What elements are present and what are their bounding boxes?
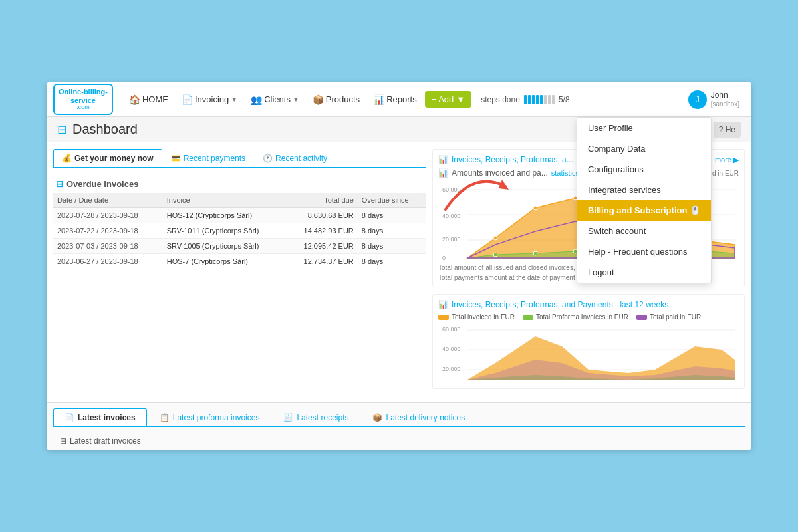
logo-line1: Online-billing- (59, 88, 108, 96)
page-title-area: ⊟ Dashboard (57, 122, 138, 137)
add-button[interactable]: + Add ▼ (425, 91, 472, 108)
nav-products[interactable]: 📦 Products (307, 92, 365, 108)
tab-latest-proforma[interactable]: 📋 Latest proforma invoices (148, 408, 271, 426)
payments-icon: 💳 (171, 154, 181, 163)
step-bar-7 (548, 95, 551, 104)
nav-reports-label: Reports (386, 94, 417, 104)
activity-icon: 🕐 (263, 154, 273, 163)
menu-company-data[interactable]: Company Data (577, 138, 711, 159)
menu-help[interactable]: Help - Frequent questions (577, 241, 711, 262)
menu-user-profile[interactable]: User Profile (577, 118, 711, 138)
chart2-title-label: Invoices, Receipts, Proformas, and Payme… (452, 300, 668, 309)
user-name: John (711, 90, 739, 100)
tab-recent-activity-label: Recent activity (275, 154, 327, 163)
avatar-letter: J (696, 95, 700, 104)
nav-products-label: Products (326, 94, 360, 104)
legend-invoiced-color (438, 315, 449, 320)
cell-invoice[interactable]: HOS-12 (Crypticorps Sàrl) (163, 208, 287, 223)
tab-latest-receipts-label: Latest receipts (297, 413, 348, 422)
chart1-more-link[interactable]: more ▶ (715, 156, 739, 164)
tab-latest-invoices[interactable]: 📄 Latest invoices (53, 408, 147, 426)
tab-latest-receipts[interactable]: 🧾 Latest receipts (272, 408, 360, 426)
nav-reports[interactable]: 📊 Reports (368, 92, 422, 108)
bottom-tabs: 📄 Latest invoices 📋 Latest proforma invo… (47, 402, 751, 450)
user-dropdown-menu: User Profile Company Data Configurations… (577, 117, 712, 283)
table-row: 2023-07-03 / 2023-09-18 SRV-1005 (Crypti… (53, 239, 426, 254)
menu-logout[interactable]: Logout (577, 262, 711, 283)
step-bar-6 (544, 95, 547, 104)
cell-overdue: 8 days (358, 239, 426, 254)
svg-text:0: 0 (442, 255, 446, 261)
receipts-tab-icon: 🧾 (283, 413, 293, 422)
money-icon: 💰 (62, 154, 72, 163)
overdue-section-title: ⊟ Overdue invoices (53, 175, 426, 193)
nav-invoicing[interactable]: 📄 Invoicing ▼ (176, 92, 243, 108)
col-invoice: Invoice (163, 193, 287, 208)
nav-home-label: HOME (142, 94, 168, 104)
tab-get-money[interactable]: 💰 Get your money now (53, 149, 162, 167)
legend-paid: Total paid in EUR (636, 313, 701, 321)
add-button-label: + Add (432, 94, 454, 104)
tab-recent-payments[interactable]: 💳 Recent payments (162, 149, 254, 167)
tab-get-money-label: Get your money now (74, 154, 154, 163)
menu-integrated-services[interactable]: Integrated services (577, 180, 711, 200)
cell-date: 2023-07-28 / 2023-09-18 (53, 208, 163, 223)
steps-bars (524, 95, 555, 104)
user-menu[interactable]: J John [sandbox] (683, 88, 745, 112)
table-row: 2023-06-27 / 2023-09-18 HOS-7 (Crypticor… (53, 254, 426, 269)
menu-configurations[interactable]: Configurations (577, 159, 711, 180)
svg-point-9 (533, 206, 537, 210)
overdue-icon: ⊟ (56, 179, 63, 189)
chart1-subtitle-text: Amounts invoiced and pa... (452, 168, 548, 178)
chart1-subtitle-icon: 📊 (438, 168, 448, 178)
step-bar-2 (528, 95, 531, 104)
user-name-area: John [sandbox] (711, 90, 739, 108)
table-row: 2023-07-22 / 2023-09-18 SRV-1011 (Crypti… (53, 223, 426, 239)
menu-billing-subscription[interactable]: Billing and Subscription 🖱️ (577, 200, 711, 221)
tab-latest-delivery[interactable]: 📦 Latest delivery notices (361, 408, 476, 426)
svg-text:60,000: 60,000 (442, 326, 461, 332)
svg-point-8 (493, 236, 497, 240)
col-date: Date / Due date (53, 193, 163, 208)
col-total: Total due (286, 193, 357, 208)
nav-clients[interactable]: 👥 Clients ▼ (245, 92, 305, 108)
table-row: 2023-07-28 / 2023-09-18 HOS-12 (Cryptico… (53, 208, 426, 223)
user-sandbox: [sandbox] (711, 100, 739, 108)
draft-section: ⊟ Latest draft invoices (53, 432, 745, 450)
svg-text:40,000: 40,000 (442, 346, 461, 352)
chevron-down-icon3: ▼ (456, 94, 465, 104)
draft-label: Latest draft invoices (70, 436, 141, 446)
logo[interactable]: Online-billing- service .com (53, 84, 113, 114)
logo-line2: service (70, 96, 96, 104)
chart2-title-text: 📊 Invoices, Receipts, Proformas, and Pay… (438, 300, 668, 309)
menu-switch-account[interactable]: Switch account (577, 221, 711, 241)
help-button[interactable]: ? He (714, 122, 741, 138)
step-bar-5 (540, 95, 543, 104)
chart1-title-text: 📊 Invoices, Receipts, Proformas, a... (438, 155, 573, 164)
step-bar-3 (532, 95, 535, 104)
chevron-down-icon2: ▼ (293, 96, 299, 103)
tab-latest-delivery-label: Latest delivery notices (386, 413, 465, 422)
tab-recent-payments-label: Recent payments (184, 154, 245, 163)
overdue-table: Date / Due date Invoice Total due Overdu… (53, 193, 426, 269)
avatar: J (688, 90, 707, 109)
cell-invoice[interactable]: HOS-7 (Crypticorps Sàrl) (163, 254, 287, 269)
tab-recent-activity[interactable]: 🕐 Recent activity (254, 149, 336, 167)
legend-proforma-label: Total Proforma Invoices in EUR (536, 313, 628, 321)
svg-point-14 (493, 253, 497, 257)
cell-invoice[interactable]: SRV-1005 (Crypticorps Sàrl) (163, 239, 287, 254)
chart2-area: 60,000 40,000 20,000 (438, 323, 739, 383)
left-panel: 💰 Get your money now 💳 Recent payments 🕐… (53, 149, 426, 396)
cell-date: 2023-06-27 / 2023-09-18 (53, 254, 163, 269)
steps-area: steps done 5/8 (481, 95, 569, 104)
cell-invoice[interactable]: SRV-1011 (Crypticorps Sàrl) (163, 223, 287, 239)
cell-date: 2023-07-22 / 2023-09-18 (53, 223, 163, 239)
page-title: Dashboard (72, 122, 138, 137)
statistics-link[interactable]: statistics (551, 169, 579, 177)
dashboard-icon: ⊟ (57, 122, 67, 137)
proforma-tab-icon: 📋 (160, 413, 170, 422)
tab-latest-invoices-label: Latest invoices (78, 413, 136, 422)
nav-home[interactable]: 🏠 HOME (124, 92, 174, 108)
step-bar-4 (536, 95, 539, 104)
tab-latest-proforma-label: Latest proforma invoices (173, 413, 260, 422)
